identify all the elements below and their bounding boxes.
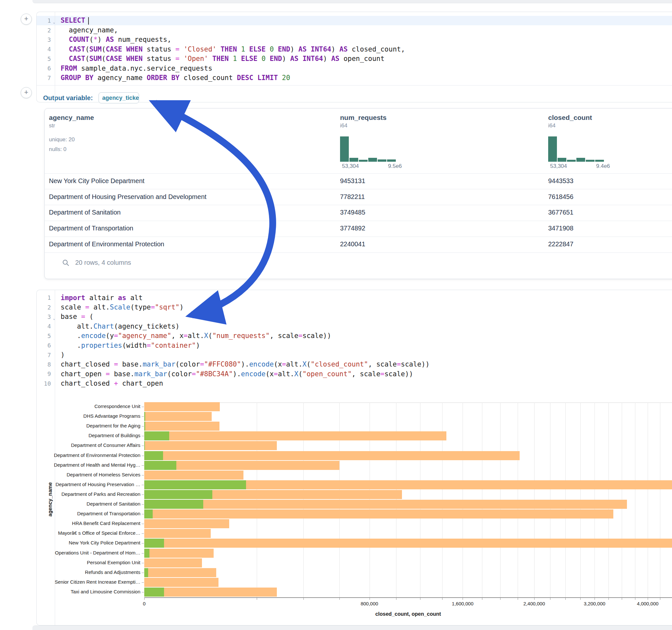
- histogram-bar: [567, 160, 576, 162]
- token-k: ORDER: [147, 74, 167, 82]
- row-separator: [45, 173, 672, 174]
- line-number[interactable]: 4: [37, 323, 55, 330]
- line-number[interactable]: 8: [37, 361, 55, 368]
- token-k: WHEN: [126, 55, 143, 63]
- line-number[interactable]: 6: [37, 65, 55, 72]
- token-p: open_count: [339, 55, 384, 63]
- code-line[interactable]: 6 .properties(width="container"): [37, 341, 672, 350]
- cell-divider: [37, 85, 672, 86]
- row-separator: [45, 221, 672, 221]
- search-icon[interactable]: [62, 259, 69, 266]
- column-stat: unique: 20: [49, 137, 75, 143]
- code-text: agency_name,: [55, 26, 118, 34]
- token-p: (: [101, 55, 106, 63]
- line-number[interactable]: 3: [37, 36, 55, 43]
- output-variable-value: agency_tickets: [102, 95, 139, 101]
- code-line[interactable]: 10chart_closed + chart_open: [37, 379, 672, 388]
- row-separator: [45, 189, 672, 189]
- token-p: ): [290, 45, 298, 53]
- code-line[interactable]: 3 COUNT(*) AS num_requests,: [37, 35, 672, 44]
- line-number[interactable]: 6: [37, 342, 55, 349]
- token-p: alt: [126, 294, 143, 302]
- token-k: ELSE: [241, 55, 257, 63]
- token-p: ).: [241, 360, 249, 368]
- code-line[interactable]: 5 .encode(y="agency_name", x=alt.X("num_…: [37, 331, 672, 341]
- token-p: (y: [106, 332, 114, 340]
- code-line[interactable]: 6FROM sample_data.nyc.service_requests: [37, 64, 672, 73]
- token-p: (: [208, 332, 212, 340]
- code-line[interactable]: 5 CAST(SUM(CASE WHEN status = 'Open' THE…: [37, 54, 672, 64]
- token-s: "#FFC080": [204, 360, 241, 368]
- token-n: 1: [241, 45, 245, 53]
- token-k: END: [270, 55, 282, 63]
- add-cell-button-middle[interactable]: +: [21, 87, 32, 98]
- add-cell-button-top[interactable]: +: [21, 14, 32, 25]
- token-p: alt.: [61, 322, 93, 330]
- token-p: [245, 45, 249, 53]
- token-p: ): [98, 35, 106, 43]
- token-o: =: [282, 360, 286, 368]
- token-p: (: [85, 45, 90, 53]
- token-p: ): [323, 55, 331, 63]
- token-p: agency_name,: [61, 26, 118, 34]
- token-p: scale)): [384, 370, 413, 378]
- code-line[interactable]: 1import altair as alt: [37, 293, 672, 302]
- token-o: =: [397, 360, 401, 368]
- token-p: chart_open: [118, 380, 163, 387]
- code-line[interactable]: 9chart_open = base.mark_bar(color="#8BC3…: [37, 369, 672, 379]
- token-p: [179, 45, 184, 53]
- token-p: num_requests,: [114, 35, 171, 43]
- line-number[interactable]: 4: [37, 46, 55, 52]
- token-p: , x: [171, 332, 184, 340]
- token-p: [61, 55, 69, 63]
- line-number[interactable]: 7: [37, 75, 55, 81]
- line-number[interactable]: 1: [37, 294, 55, 301]
- token-o: =: [175, 45, 179, 53]
- table-footer: 20 rows, 4 columns: [62, 259, 131, 266]
- table-cell: 3749485: [340, 209, 365, 216]
- token-p: .: [61, 332, 81, 340]
- table-row-count: 20 rows, 4 columns: [75, 259, 131, 266]
- table-cell: 9443533: [548, 177, 573, 185]
- code-line[interactable]: 7): [37, 350, 672, 359]
- token-p: , scale: [270, 332, 298, 340]
- token-s: "closed_count": [311, 360, 368, 368]
- token-p: ): [61, 351, 65, 359]
- line-number[interactable]: 9: [37, 370, 55, 377]
- code-text: base = (: [55, 313, 93, 320]
- sql-code-editor[interactable]: 1⌄SELECT2 agency_name,3 COUNT(*) AS num_…: [37, 16, 672, 83]
- line-number[interactable]: 7: [37, 352, 55, 358]
- line-number[interactable]: 1⌄: [37, 17, 55, 24]
- line-number[interactable]: 10: [37, 380, 55, 387]
- histogram-bar: [350, 158, 358, 162]
- token-p: [253, 74, 257, 82]
- token-p: [167, 74, 171, 82]
- token-p: closed_count: [179, 74, 237, 82]
- column-header[interactable]: closed_count: [548, 114, 592, 122]
- line-number[interactable]: 3⌄: [37, 313, 55, 320]
- output-variable-pill[interactable]: agency_tickets: [99, 92, 139, 103]
- token-k: AS: [106, 35, 114, 43]
- code-line[interactable]: 8chart_closed = base.mark_bar(color="#FF…: [37, 360, 672, 369]
- line-number[interactable]: 2: [37, 27, 55, 34]
- code-line[interactable]: 4 alt.Chart(agency_tickets): [37, 321, 672, 331]
- code-line[interactable]: 1⌄SELECT: [37, 16, 672, 25]
- token-p: closed_count,: [347, 45, 405, 53]
- code-line[interactable]: 4 CAST(SUM(CASE WHEN status = 'Closed' T…: [37, 44, 672, 54]
- token-p: [237, 45, 241, 53]
- row-separator: [45, 205, 672, 205]
- column-header[interactable]: agency_name: [49, 114, 94, 122]
- code-line[interactable]: 2 agency_name,: [37, 25, 672, 35]
- column-header[interactable]: num_requests: [340, 114, 387, 122]
- line-number[interactable]: 2: [37, 304, 55, 311]
- code-line[interactable]: 3⌄base = (: [37, 312, 672, 321]
- code-text: GROUP BY agency_name ORDER BY closed_cou…: [55, 74, 290, 82]
- python-code-editor[interactable]: 1import altair as alt2scale = alt.Scale(…: [37, 293, 672, 388]
- token-s: "agency_name": [118, 332, 171, 340]
- code-line[interactable]: 7GROUP BY agency_name ORDER BY closed_co…: [37, 73, 672, 82]
- line-number[interactable]: 5: [37, 55, 55, 62]
- code-line[interactable]: 2scale = alt.Scale(type="sqrt"): [37, 302, 672, 312]
- token-p: chart_closed: [61, 360, 114, 368]
- line-number[interactable]: 5: [37, 333, 55, 339]
- histogram-bar: [368, 158, 377, 162]
